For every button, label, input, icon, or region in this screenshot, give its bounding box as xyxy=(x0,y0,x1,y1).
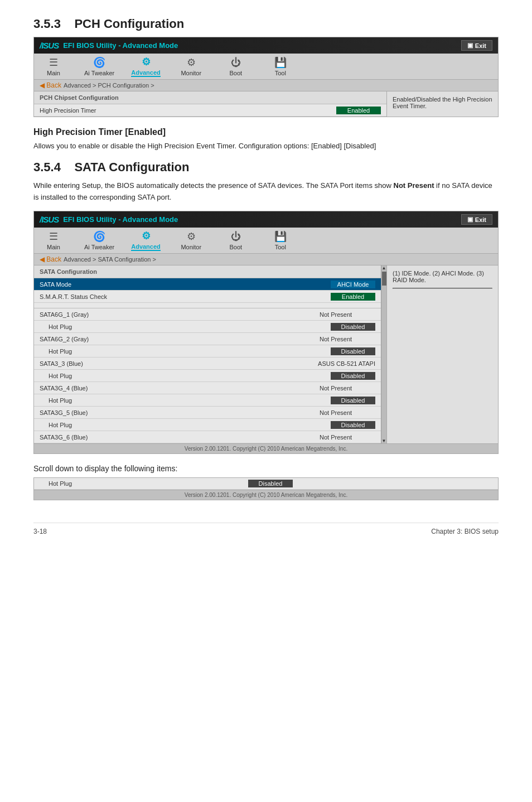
monitor-icon-sata: ⚙ xyxy=(187,230,196,243)
nav-advanced-sata[interactable]: ⚙ Advanced xyxy=(131,230,161,251)
asus-logo: /ISUS xyxy=(40,41,59,50)
nav-monitor-pch[interactable]: ⚙ Monitor xyxy=(177,56,205,76)
bios-window-pch: /ISUS EFI BIOS Utility - Advanced Mode ▣… xyxy=(33,37,499,117)
sata6g2-label: SATA6G_2 (Gray) xyxy=(40,336,320,342)
sata3g6-value: Not Present xyxy=(320,434,375,441)
sata6g2-hotplug-value: Disabled xyxy=(331,347,375,355)
bios-content-pch: PCH Chipset Configuration High Precision… xyxy=(34,91,498,117)
exit-label-pch: Exit xyxy=(475,42,486,49)
breadcrumb-path-sata: Advanced > SATA Configuration > xyxy=(64,256,156,263)
nav-ai-tweaker-pch[interactable]: 🌀 Ai Tweaker xyxy=(84,56,114,76)
bios-content-sata: SATA Configuration SATA Mode AHCI Mode S… xyxy=(34,265,498,443)
sata-mode-value: AHCI Mode xyxy=(331,281,375,288)
sata3g5-value: Not Present xyxy=(320,409,375,416)
exit-button-sata[interactable]: ▣ Exit xyxy=(461,214,492,225)
nav-ai-tweaker-sata[interactable]: 🌀 Ai Tweaker xyxy=(84,230,114,250)
bios-footer-sata: Version 2.00.1201. Copyright (C) 2010 Am… xyxy=(34,443,498,453)
exit-icon-sata: ▣ xyxy=(467,216,473,223)
config-row-sata3g4: SATA3G_4 (Blue) Not Present xyxy=(34,382,381,394)
sata6g1-hotplug-label: Hot Plug xyxy=(40,323,331,330)
small-hotplug-label: Hot Plug xyxy=(40,480,248,487)
nav-boot-pch[interactable]: ⏻ Boot xyxy=(222,57,250,76)
config-label-hpt: High Precision Timer xyxy=(40,107,336,114)
config-row-sata3g5: SATA3G_5 (Blue) Not Present xyxy=(34,407,381,419)
breadcrumb-pch: ◀ Back Advanced > PCH Configuration > xyxy=(34,80,498,91)
bios-help-pch: Enabled/Disabled the High Precision Even… xyxy=(393,96,492,109)
nav-main-pch[interactable]: ☰ Main xyxy=(40,56,67,76)
bios-left-sata: SATA Configuration SATA Mode AHCI Mode S… xyxy=(34,265,381,443)
main-icon-sata: ☰ xyxy=(49,230,58,243)
small-bios-hotplug-row[interactable]: Hot Plug Disabled xyxy=(34,478,498,490)
sata33-label: SATA3_3 (Blue) xyxy=(40,360,318,367)
smart-value: Enabled xyxy=(331,293,375,301)
nav-tool-pch[interactable]: 💾 Tool xyxy=(267,56,294,76)
section-title-pch: 3.5.3 PCH Configuration xyxy=(33,17,499,31)
tool-icon-pch: 💾 xyxy=(274,56,287,69)
bios-titlebar-sata: /ISUS EFI BIOS Utility - Advanced Mode ▣… xyxy=(34,211,498,228)
scroll-down-arrow[interactable]: ▼ xyxy=(382,438,386,443)
exit-label-sata: Exit xyxy=(475,216,486,223)
sata6g1-label: SATA6G_1 (Gray) xyxy=(40,311,320,318)
boot-icon-pch: ⏻ xyxy=(231,57,241,69)
sata33-hotplug-value: Disabled xyxy=(331,372,375,380)
section-number-pch: 3.5.3 xyxy=(33,17,61,31)
sata3g5-hotplug-label: Hot Plug xyxy=(40,422,331,428)
sata3g4-value: Not Present xyxy=(320,385,375,392)
ai-tweaker-icon: 🌀 xyxy=(93,56,105,69)
nav-advanced-pch[interactable]: ⚙ Advanced xyxy=(131,56,161,77)
nav-monitor-sata[interactable]: ⚙ Monitor xyxy=(177,230,205,250)
back-arrow-pch[interactable]: ◀ Back xyxy=(40,81,61,89)
small-hotplug-value: Disabled xyxy=(248,480,293,487)
sata33-value: ASUS CB-521 ATAPI xyxy=(318,360,375,367)
config-row-sata3g5-hotplug[interactable]: Hot Plug Disabled xyxy=(34,419,381,431)
sata-mode-label: SATA Mode xyxy=(40,281,331,288)
sata6g2-hotplug-label: Hot Plug xyxy=(40,348,331,355)
scroll-thumb xyxy=(382,272,386,286)
boot-icon-sata: ⏻ xyxy=(231,231,241,243)
config-section-label-pch: PCH Chipset Configuration xyxy=(34,91,386,104)
config-row-sata3g4-hotplug[interactable]: Hot Plug Disabled xyxy=(34,394,381,407)
back-arrow-sata[interactable]: ◀ Back xyxy=(40,255,61,263)
bios-left-pch: PCH Chipset Configuration High Precision… xyxy=(34,91,386,117)
bios-titlebar-pch: /ISUS EFI BIOS Utility - Advanced Mode ▣… xyxy=(34,37,498,54)
config-row-sata6g1: SATA6G_1 (Gray) Not Present xyxy=(34,308,381,321)
section-title-sata: 3.5.4 SATA Configuration xyxy=(33,160,499,175)
bios-logo-sata: /ISUS EFI BIOS Utility - Advanced Mode xyxy=(40,215,178,224)
section-heading-pch: PCH Configuration xyxy=(74,17,184,31)
section-number-sata: 3.5.4 xyxy=(33,160,61,174)
config-row-sata33-hotplug[interactable]: Hot Plug Disabled xyxy=(34,370,381,382)
bios-nav-pch: ☰ Main 🌀 Ai Tweaker ⚙ Advanced ⚙ Monitor… xyxy=(34,54,498,80)
sata3g4-label: SATA3G_4 (Blue) xyxy=(40,385,320,392)
sata6g1-value: Not Present xyxy=(320,311,375,318)
bios-title-pch: EFI BIOS Utility - Advanced Mode xyxy=(63,41,178,50)
config-row-sata33: SATA3_3 (Blue) ASUS CB-521 ATAPI xyxy=(34,357,381,370)
smart-label: S.M.A.R.T. Status Check xyxy=(40,293,331,300)
scroll-up-arrow[interactable]: ▲ xyxy=(382,265,386,270)
sata3g5-hotplug-value: Disabled xyxy=(331,421,375,429)
config-row-sata6g2: SATA6G_2 (Gray) Not Present xyxy=(34,333,381,345)
monitor-icon-pch: ⚙ xyxy=(187,56,196,69)
bios-logo-pch: /ISUS EFI BIOS Utility - Advanced Mode xyxy=(40,41,178,50)
advanced-icon-sata: ⚙ xyxy=(142,230,151,242)
config-section-label-sata: SATA Configuration xyxy=(34,265,381,278)
scrollbar-sata[interactable]: ▲ ▼ xyxy=(381,265,386,443)
exit-button-pch[interactable]: ▣ Exit xyxy=(461,40,492,51)
main-icon: ☰ xyxy=(49,56,58,69)
bios-nav-sata: ☰ Main 🌀 Ai Tweaker ⚙ Advanced ⚙ Monitor… xyxy=(34,228,498,254)
sata33-hotplug-label: Hot Plug xyxy=(40,373,331,379)
subsection-title-hpt: High Precision Timer [Enabled] xyxy=(33,127,499,137)
config-row-sata-mode[interactable]: SATA Mode AHCI Mode xyxy=(34,278,381,291)
config-row-smart[interactable]: S.M.A.R.T. Status Check Enabled xyxy=(34,291,381,303)
sata3g5-label: SATA3G_5 (Blue) xyxy=(40,409,320,416)
nav-boot-sata[interactable]: ⏻ Boot xyxy=(222,231,250,250)
nav-main-sata[interactable]: ☰ Main xyxy=(40,230,67,250)
config-row-sata6g2-hotplug[interactable]: Hot Plug Disabled xyxy=(34,345,381,357)
config-row-sata6g1-hotplug[interactable]: Hot Plug Disabled xyxy=(34,321,381,333)
body-text-hpt: Allows you to enable or disable the High… xyxy=(33,141,499,152)
nav-tool-sata[interactable]: 💾 Tool xyxy=(267,230,294,250)
config-value-hpt: Enabled xyxy=(336,107,381,114)
config-row-hpt[interactable]: High Precision Timer Enabled xyxy=(34,104,386,117)
config-row-sata3g6: SATA3G_6 (Blue) Not Present xyxy=(34,431,381,443)
small-bios-footer: Version 2.00.1201. Copyright (C) 2010 Am… xyxy=(34,490,498,500)
scroll-note: Scroll down to display the following ite… xyxy=(33,464,499,473)
